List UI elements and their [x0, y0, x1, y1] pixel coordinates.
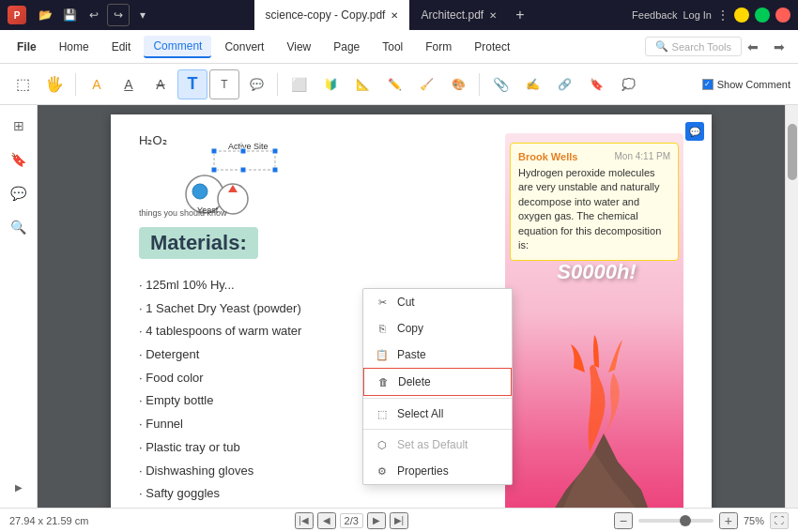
qa-more-button[interactable]: ▾	[131, 4, 154, 26]
tab-close-architect[interactable]: ✕	[489, 10, 497, 21]
pdf-page: 💬 H₂O₂ Active Site	[111, 114, 712, 508]
svg-text:Active Site: Active Site	[228, 142, 269, 151]
divider-1	[75, 73, 76, 96]
ctx-copy-label: Copy	[397, 322, 423, 335]
nav-back-icon[interactable]: ⬅	[742, 36, 764, 58]
maximize-button[interactable]	[755, 8, 770, 23]
svg-rect-2	[211, 148, 217, 154]
svg-rect-4	[211, 167, 217, 173]
svg-rect-7	[240, 167, 246, 173]
volcano-svg	[505, 321, 683, 508]
color-button[interactable]: 🎨	[443, 69, 473, 99]
sidebar-expand-icon[interactable]: ▶	[6, 474, 32, 500]
measure-button[interactable]: 📐	[347, 69, 377, 99]
attach-button[interactable]: 📎	[485, 69, 515, 99]
sidebar-bookmark-icon[interactable]: 🔖	[6, 146, 32, 173]
toolbar-group-select: ⬚ 🖐	[8, 69, 69, 99]
menu-tool[interactable]: Tool	[373, 37, 412, 57]
qa-redo-button[interactable]: ↪	[107, 4, 130, 26]
menu-edit[interactable]: Edit	[102, 37, 141, 57]
ctx-delete[interactable]: 🗑 Delete	[363, 368, 512, 396]
zoom-in-button[interactable]: +	[719, 512, 738, 529]
feedback-button[interactable]: Feedback	[632, 9, 677, 21]
zoom-out-button[interactable]: −	[614, 512, 633, 529]
menu-protect[interactable]: Protect	[465, 37, 519, 57]
total-pages: 3	[353, 515, 359, 526]
tab-architect[interactable]: Architect.pdf ✕	[409, 0, 508, 30]
prev-page-button[interactable]: ◀	[317, 512, 336, 529]
menu-home[interactable]: Home	[50, 37, 99, 57]
sidebar-search-icon[interactable]: 🔍	[6, 214, 32, 240]
svg-rect-3	[272, 148, 278, 154]
ctx-cut[interactable]: ✂ Cut	[363, 289, 512, 315]
right-scrollbar[interactable]	[785, 105, 798, 508]
qa-undo-button[interactable]: ↩	[83, 4, 105, 26]
settings-icon[interactable]: ⋮	[717, 8, 729, 22]
title-bar-right: Feedback Log In ⋮	[632, 8, 790, 23]
zoom-level: 75%	[744, 515, 764, 526]
menu-form[interactable]: Form	[416, 37, 461, 57]
show-comment-toggle[interactable]: ✓ Show Comment	[702, 79, 790, 90]
bookmark-button[interactable]: 🔖	[581, 69, 611, 99]
comment-button[interactable]: 💭	[613, 69, 643, 99]
nav-forward-icon[interactable]: ➡	[768, 36, 790, 58]
draw-button[interactable]: ✏️	[379, 69, 409, 99]
ctx-select-all[interactable]: ⬚ Select All	[363, 401, 512, 427]
next-page-button[interactable]: ▶	[367, 512, 386, 529]
underline-button[interactable]: A	[114, 69, 144, 99]
volcano-area: Brook Wells Mon 4:11 PM Hydrogen peroxid…	[505, 133, 683, 508]
shape-button[interactable]: ⬜	[284, 69, 314, 99]
materials-header: Materials:	[139, 227, 258, 259]
menu-page[interactable]: Page	[324, 37, 369, 57]
divider-3	[479, 73, 480, 96]
strikethrough-button[interactable]: A	[146, 69, 176, 99]
toolbar: ⬚ 🖐 A A A T T 💬 ⬜ 🔰 📐 ✏️ 🧹 🎨 📎 ✍ 🔗 🔖 💭 ✓…	[0, 64, 798, 105]
menu-view[interactable]: View	[277, 37, 320, 57]
sidebar-thumbnail-icon[interactable]: ⊞	[6, 113, 32, 139]
sign-button[interactable]: ✍	[517, 69, 547, 99]
tab-close-science[interactable]: ✕	[391, 10, 398, 21]
tab-new-button[interactable]: +	[508, 7, 531, 23]
show-comment-label: Show Comment	[717, 79, 790, 90]
fit-page-button[interactable]: ⛶	[770, 512, 789, 529]
title-bar: P 📂 💾 ↩ ↪ ▾ science-copy - Copy.pdf ✕ Ar…	[0, 0, 798, 30]
left-sidebar: ⊞ 🔖 💬 🔍 ▶	[0, 105, 38, 508]
link-button[interactable]: 🔗	[549, 69, 579, 99]
menu-file[interactable]: File	[8, 37, 46, 57]
highlight-button[interactable]: A	[82, 69, 112, 99]
minimize-button[interactable]	[734, 8, 749, 23]
login-button[interactable]: Log In	[683, 9, 712, 21]
menu-convert[interactable]: Convert	[215, 37, 273, 57]
zoom-slider[interactable]	[638, 519, 714, 523]
search-tools-input[interactable]: 🔍 Search Tools	[645, 37, 742, 56]
hand-tool-button[interactable]: 🖐	[39, 69, 69, 99]
scroll-thumb[interactable]	[788, 124, 797, 180]
menu-comment[interactable]: Comment	[144, 36, 211, 58]
textbox-button[interactable]: T	[209, 69, 239, 99]
ctx-properties[interactable]: ⚙ Properties	[363, 458, 512, 484]
callout-button[interactable]: 💬	[241, 69, 271, 99]
page-indicator: 2 / 3	[340, 513, 363, 528]
stamp-button[interactable]: 🔰	[315, 69, 345, 99]
eraser-button[interactable]: 🧹	[411, 69, 441, 99]
menu-bar: File Home Edit Comment Convert View Page…	[0, 30, 798, 64]
ctx-separator-1	[363, 398, 512, 399]
copy-icon: ⎘	[375, 321, 390, 336]
last-page-button[interactable]: ▶|	[390, 512, 408, 529]
ctx-paste[interactable]: 📋 Paste	[363, 342, 512, 368]
page-navigation: |◀ ◀ 2 / 3 ▶ ▶|	[295, 512, 408, 529]
sidebar-comment-icon[interactable]: 💬	[6, 180, 32, 206]
first-page-button[interactable]: |◀	[295, 512, 314, 529]
close-button[interactable]	[775, 8, 790, 23]
tab-science-copy[interactable]: science-copy - Copy.pdf ✕	[254, 0, 410, 30]
ctx-properties-label: Properties	[397, 464, 449, 478]
comment-text: Hydrogen peroxide molecules are very uns…	[518, 166, 670, 252]
svg-point-10	[192, 184, 207, 199]
qa-save-button[interactable]: 💾	[58, 4, 81, 26]
ctx-copy[interactable]: ⎘ Copy	[363, 315, 512, 342]
text-tool-button[interactable]: T	[177, 69, 207, 99]
svg-rect-6	[240, 148, 246, 154]
qa-open-button[interactable]: 📂	[34, 4, 56, 26]
show-comment-checkbox[interactable]: ✓	[702, 79, 714, 90]
select-tool-button[interactable]: ⬚	[8, 69, 38, 99]
